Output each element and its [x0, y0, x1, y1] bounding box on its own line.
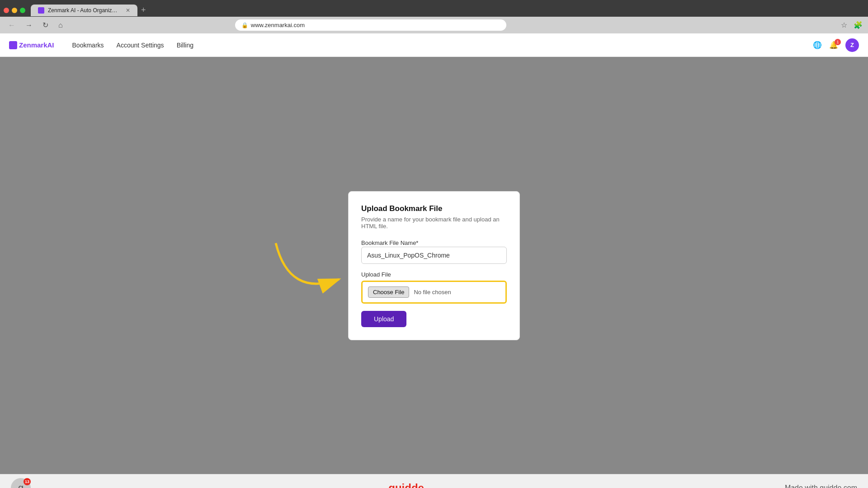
tab-title: Zenmark AI - Auto Organize Brow: [48, 7, 120, 14]
browser-tab-active[interactable]: Zenmark AI - Auto Organize Brow ✕: [31, 5, 137, 16]
extensions-icon[interactable]: 🧩: [854, 21, 863, 29]
brand[interactable]: ZenmarkAI: [9, 41, 54, 49]
traffic-light-yellow[interactable]: [12, 8, 17, 13]
traffic-light-red[interactable]: [4, 8, 9, 13]
brand-icon: [9, 41, 17, 49]
card-subtitle: Provide a name for your bookmark file an…: [361, 216, 507, 230]
no-file-chosen-text: No file chosen: [414, 289, 451, 296]
tab-close-icon[interactable]: ✕: [126, 7, 130, 14]
nav-forward-button[interactable]: →: [23, 20, 35, 30]
nav-billing[interactable]: Billing: [177, 42, 193, 49]
upload-section: Upload File Choose File No file chosen: [361, 271, 507, 304]
bookmark-star-icon[interactable]: ☆: [841, 21, 847, 29]
language-icon: 🌐: [813, 41, 822, 49]
tab-favicon: [38, 7, 44, 14]
choose-file-button[interactable]: Choose File: [368, 286, 409, 298]
notification-button[interactable]: 🔔 1: [829, 41, 838, 49]
upload-button[interactable]: Upload: [361, 311, 406, 327]
annotation-arrow: [262, 239, 353, 302]
guidde-credit-text: Made with guidde.com: [785, 484, 857, 488]
address-text: www.zenmarkai.com: [251, 22, 305, 28]
nav-home-button[interactable]: ⌂: [56, 20, 66, 30]
card-title: Upload Bookmark File: [361, 204, 507, 213]
nav-account-settings[interactable]: Account Settings: [117, 42, 164, 49]
field-label-bookmark-name: Bookmark File Name*: [361, 239, 418, 246]
address-bar-row: ← → ↻ ⌂ 🔒 www.zenmarkai.com ☆ 🧩: [0, 17, 868, 33]
nav-reload-button[interactable]: ↻: [40, 20, 51, 30]
guidde-logo: guidde.: [388, 482, 427, 488]
address-bar[interactable]: 🔒 www.zenmarkai.com: [235, 19, 506, 31]
nav-back-button[interactable]: ←: [5, 20, 18, 30]
guidde-count: 13: [24, 478, 31, 485]
app-navbar: ZenmarkAI Bookmarks Account Settings Bil…: [0, 33, 868, 57]
file-input-wrapper: Choose File No file chosen: [361, 281, 507, 304]
nav-right: 🌐 🔔 1 Z: [813, 38, 859, 52]
guidde-footer: g 13 guidde. Made with guidde.com: [0, 474, 868, 488]
upload-file-label: Upload File: [361, 271, 507, 278]
new-tab-button[interactable]: +: [137, 4, 150, 17]
upload-card: Upload Bookmark File Provide a name for …: [348, 191, 520, 340]
guidde-logo-text: guidde.: [388, 482, 427, 488]
guidde-avatar: g 13: [11, 478, 31, 488]
avatar[interactable]: Z: [845, 38, 859, 52]
lock-icon: 🔒: [241, 22, 248, 28]
bookmark-file-name-input[interactable]: [361, 247, 507, 264]
guidde-badge: g 13: [11, 478, 31, 488]
language-icon-button[interactable]: 🌐: [813, 41, 822, 49]
main-content: Upload Bookmark File Provide a name for …: [0, 57, 868, 474]
notification-badge: 1: [835, 39, 841, 45]
brand-name: ZenmarkAI: [19, 41, 54, 49]
browser-toolbar-right: ☆ 🧩: [841, 21, 863, 29]
nav-bookmarks[interactable]: Bookmarks: [72, 42, 104, 49]
traffic-light-green[interactable]: [20, 8, 25, 13]
nav-links: Bookmarks Account Settings Billing: [72, 42, 193, 49]
